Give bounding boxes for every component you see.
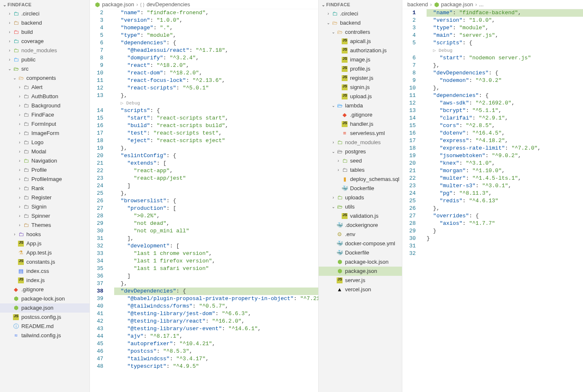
tree-item[interactable]: ›🗀Spinner xyxy=(0,211,89,221)
tree-item[interactable]: ›🗀Alert xyxy=(0,83,89,92)
tree-item[interactable]: ›🗀node_modules xyxy=(0,46,89,55)
tree-item[interactable]: ›🗀.circleci xyxy=(0,9,89,18)
tree-item[interactable]: ⬢package.json xyxy=(319,267,402,276)
explorer-header[interactable]: ⌄ FINDFACE xyxy=(0,0,89,9)
tree-item[interactable]: JSimage.js xyxy=(319,55,402,64)
tree-item[interactable]: 🐳Dockerfile xyxy=(319,248,402,257)
file-tree[interactable]: ›🗀.circleci›🗀backend›🗀build›🗀coverage›🗀n… xyxy=(0,9,89,340)
tree-item[interactable]: ›🗀FormInput xyxy=(0,120,89,129)
tree-item[interactable]: ›🗀backend xyxy=(0,18,89,28)
code-editor[interactable]: 2345678910111213 14151617181920212223242… xyxy=(90,9,318,392)
tree-item[interactable]: ›🗀node_modules xyxy=(319,138,402,147)
tree-item[interactable]: ⬢package-lock.json xyxy=(319,257,402,267)
tree-item[interactable]: JShandler.js xyxy=(319,120,402,129)
tree-item[interactable]: ⌄🗁postgres xyxy=(319,147,402,156)
left-explorer[interactable]: ⌄ FINDFACE ›🗀.circleci›🗀backend›🗀build›🗀… xyxy=(0,0,90,392)
tree-item[interactable]: ⌄🗁lambda xyxy=(319,101,402,110)
tree-item-label: Dockerfile xyxy=(345,249,369,257)
breadcrumb-file[interactable]: package.json xyxy=(102,1,134,8)
tree-item[interactable]: ›🗀ProfileImage xyxy=(0,175,89,184)
js-icon: JS xyxy=(341,66,348,72)
tree-item[interactable]: ▤index.css xyxy=(0,267,89,276)
chevron-right-icon: › xyxy=(17,112,23,118)
tree-item[interactable]: ›🗀FindFace xyxy=(0,110,89,120)
tree-item[interactable]: JSapicall.js xyxy=(319,37,402,46)
tree-item[interactable]: ≡serverless.yml xyxy=(319,129,402,138)
chevron-right-icon: › xyxy=(430,1,432,8)
tree-item[interactable]: ⬢package-lock.json xyxy=(0,294,89,303)
tree-item[interactable]: JSconstants.js xyxy=(0,257,89,267)
chevron-right-icon: › xyxy=(330,195,336,201)
tree-item[interactable]: ›🗀Register xyxy=(0,193,89,202)
tree-item[interactable]: ›🗀seed xyxy=(319,156,402,165)
folder-icon: 🗀 xyxy=(23,121,29,127)
tree-item[interactable]: ›🗀build xyxy=(0,28,89,37)
breadcrumb-file[interactable]: package.json xyxy=(441,1,473,8)
tree-item[interactable]: ›🗀tables xyxy=(319,165,402,175)
tree-item-label: README.md xyxy=(21,323,54,330)
tree-item[interactable]: JSvalidation.js xyxy=(319,211,402,221)
breadcrumb[interactable]: backend › ⬢ package.json › ... xyxy=(402,0,583,9)
debug-codelens[interactable]: Debug xyxy=(121,101,140,106)
tree-item[interactable]: JSsignin.js xyxy=(319,83,402,92)
tree-item-label: coverage xyxy=(21,38,43,45)
tree-item[interactable]: ⬢package.json xyxy=(0,303,89,313)
tree-item[interactable]: ▲vercel.json xyxy=(319,285,402,294)
tree-item[interactable]: JSupload.js xyxy=(319,92,402,101)
chevron-right-icon: › xyxy=(325,11,331,17)
code-editor[interactable]: 12345 6789101112131415161718192021222324… xyxy=(402,9,583,392)
tree-item[interactable]: ›🗀Modal xyxy=(0,147,89,156)
tree-item[interactable]: ›🗀Logo xyxy=(0,138,89,147)
tree-item-label: Spinner xyxy=(31,212,50,220)
tree-item[interactable]: ⌄🗁src xyxy=(0,64,89,74)
breadcrumb[interactable]: ⬢ package.json › { } devDependencies xyxy=(90,0,318,9)
tree-item[interactable]: JSauthorization.js xyxy=(319,46,402,55)
code-content[interactable]: "name": "findface-backend", "version": "… xyxy=(423,9,583,392)
file-tree[interactable]: ›🗀.circleci⌄🗁backend⌄🗁controllersJSapica… xyxy=(319,9,402,294)
tree-item[interactable]: ›🗀Signin xyxy=(0,202,89,211)
tree-item[interactable]: ›🗀.circleci xyxy=(319,9,402,18)
tree-item[interactable]: ›🗀hooks xyxy=(0,230,89,239)
tree-item[interactable]: ›🗀AuthButton xyxy=(0,92,89,101)
tree-item[interactable]: ›🗀public xyxy=(0,55,89,64)
folder-open-icon: 🗁 xyxy=(331,20,338,26)
tree-item[interactable]: ›🗀Background xyxy=(0,101,89,110)
tree-item[interactable]: ›🗀Profile xyxy=(0,165,89,175)
tree-item[interactable]: ›🗀Themes xyxy=(0,221,89,230)
tree-item[interactable]: 🐳docker-compose.yml xyxy=(319,239,402,248)
breadcrumb-symbol[interactable]: devDependencies xyxy=(146,1,190,8)
tree-item[interactable]: JSpostcss.config.js xyxy=(0,313,89,322)
code-content[interactable]: "name": "findface-fronend", "version": "… xyxy=(111,9,318,392)
explorer-header[interactable]: ⌄ FINDFACE xyxy=(319,0,402,9)
tree-item[interactable]: ›🗀coverage xyxy=(0,37,89,46)
tree-item[interactable]: ⚙.env xyxy=(319,230,402,239)
tree-item[interactable]: ⌄🗁utils xyxy=(319,202,402,211)
tree-item[interactable]: ◆.gitignore xyxy=(319,110,402,120)
breadcrumb-more[interactable]: ... xyxy=(479,1,483,8)
tree-item[interactable]: ≈tailwind.config.js xyxy=(0,331,89,340)
chevron-down-icon: ⌄ xyxy=(2,2,8,8)
tree-item[interactable]: ›🗀Navigation xyxy=(0,156,89,165)
tree-item[interactable]: JSprofile.js xyxy=(319,64,402,74)
tree-item[interactable]: JSApp.js xyxy=(0,239,89,248)
right-explorer[interactable]: ⌄ FINDFACE ›🗀.circleci⌄🗁backend⌄🗁control… xyxy=(319,0,402,392)
tree-item[interactable]: ›🗀ImageForm xyxy=(0,129,89,138)
folder-icon: 🗀 xyxy=(13,20,19,26)
tree-item[interactable]: ▮deploy_schemas.sql xyxy=(319,175,402,184)
tree-item[interactable]: 🐳.dockerignore xyxy=(319,221,402,230)
tree-item[interactable]: JSregister.js xyxy=(319,74,402,83)
tree-item[interactable]: ⚗App.test.js xyxy=(0,248,89,257)
debug-codelens[interactable]: Debug xyxy=(433,48,453,53)
tree-item[interactable]: ⌄🗁controllers xyxy=(319,28,402,37)
tree-item[interactable]: JSserver.js xyxy=(319,276,402,285)
breadcrumb-folder[interactable]: backend xyxy=(407,1,428,8)
tree-item[interactable]: ⌄🗁backend xyxy=(319,18,402,28)
tree-item-label: constants.js xyxy=(26,258,55,266)
tree-item[interactable]: ⓘREADME.md xyxy=(0,322,89,331)
tree-item[interactable]: 🐳Dockerfile xyxy=(319,184,402,193)
tree-item[interactable]: ›🗀uploads xyxy=(319,193,402,202)
tree-item[interactable]: ⌄🗁components xyxy=(0,74,89,83)
tree-item[interactable]: JSindex.js xyxy=(0,276,89,285)
tree-item[interactable]: ›🗀Rank xyxy=(0,184,89,193)
tree-item[interactable]: ◆.gitignore xyxy=(0,285,89,294)
